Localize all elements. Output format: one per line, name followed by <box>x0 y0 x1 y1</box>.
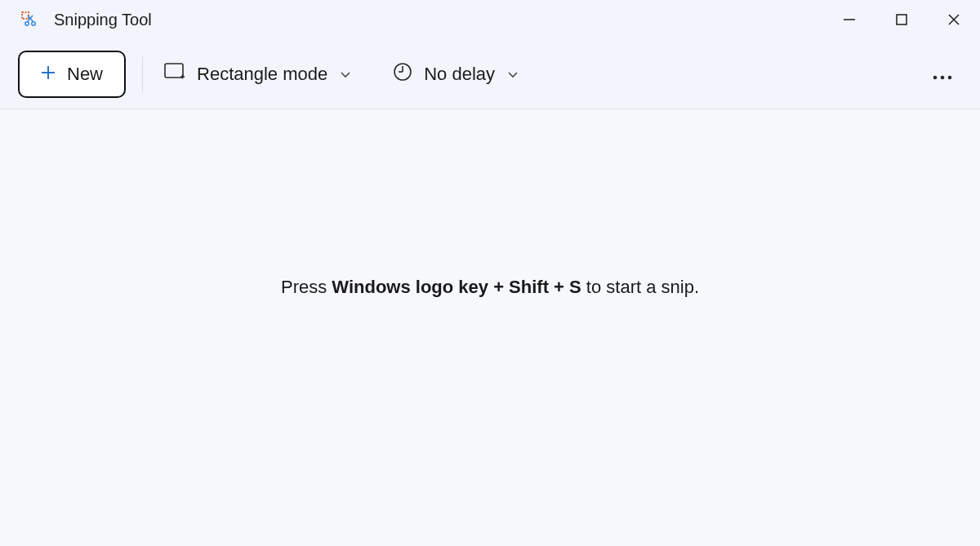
plus-icon <box>41 64 56 85</box>
svg-point-0 <box>25 22 29 25</box>
toolbar: New Rectangle mode <box>0 39 980 109</box>
chevron-down-icon <box>339 68 352 81</box>
svg-point-18 <box>948 75 952 79</box>
hint-prefix: Press <box>281 277 332 297</box>
maximize-button[interactable] <box>875 0 928 39</box>
app-title: Snipping Tool <box>54 11 152 29</box>
titlebar-left: Snipping Tool <box>20 10 152 29</box>
main-content: Press Windows logo key + Shift + S to st… <box>0 109 980 546</box>
close-button[interactable] <box>928 0 980 39</box>
window-controls <box>823 0 980 39</box>
hint-shortcut: Windows logo key + Shift + S <box>332 277 581 297</box>
svg-point-17 <box>941 75 945 79</box>
chevron-down-icon <box>506 68 519 81</box>
titlebar: Snipping Tool <box>0 0 980 39</box>
svg-point-16 <box>933 75 938 79</box>
toolbar-divider <box>142 56 143 92</box>
new-button[interactable]: New <box>18 51 126 98</box>
hint-suffix: to start a snip. <box>581 277 699 297</box>
snip-mode-label: Rectangle mode <box>197 64 327 85</box>
more-icon <box>933 64 952 85</box>
app-icon <box>20 10 39 29</box>
rectangle-mode-icon <box>164 63 185 86</box>
svg-rect-5 <box>897 15 906 24</box>
svg-point-1 <box>32 22 35 25</box>
new-button-label: New <box>67 64 103 85</box>
delay-dropdown[interactable]: No delay <box>388 54 524 95</box>
snip-mode-dropdown[interactable]: Rectangle mode <box>159 55 357 94</box>
clock-icon <box>393 62 412 87</box>
delay-label: No delay <box>424 64 495 85</box>
toolbar-left: New Rectangle mode <box>18 51 524 98</box>
svg-rect-10 <box>165 64 183 78</box>
hint-text: Press Windows logo key + Shift + S to st… <box>281 277 699 298</box>
more-options-button[interactable] <box>928 55 957 93</box>
minimize-button[interactable] <box>823 0 875 39</box>
